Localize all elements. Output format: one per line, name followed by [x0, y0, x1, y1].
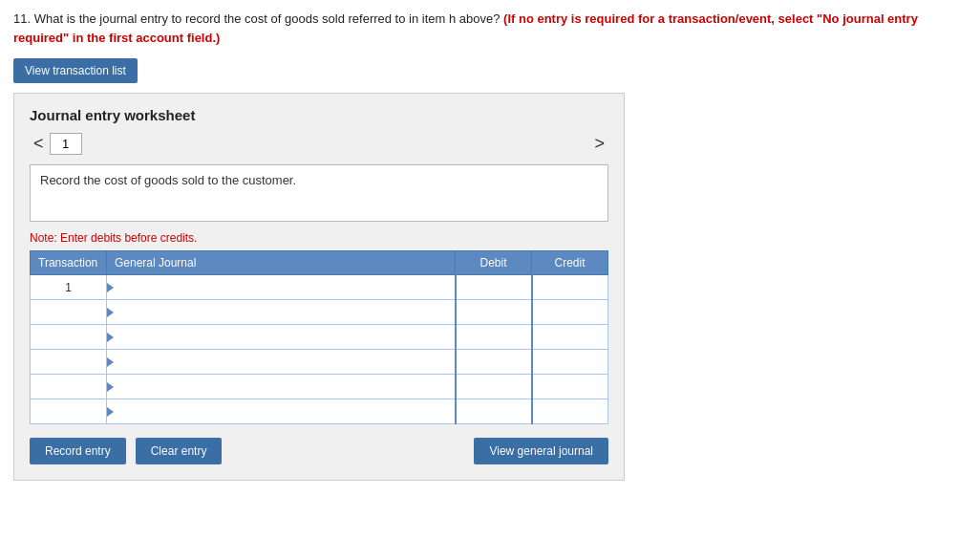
debit-input[interactable]: [457, 325, 531, 349]
credit-cell[interactable]: [532, 399, 608, 424]
transaction-cell: [31, 375, 107, 399]
transaction-cell: [31, 300, 107, 325]
nav-left-arrow[interactable]: <: [30, 134, 48, 154]
transaction-cell: [31, 399, 107, 424]
transaction-cell: [31, 325, 107, 350]
debit-input[interactable]: [457, 350, 531, 374]
debit-cell[interactable]: [456, 350, 532, 375]
table-row: [31, 375, 608, 399]
clear-entry-button[interactable]: Clear entry: [136, 438, 223, 464]
general-journal-input[interactable]: [116, 329, 455, 346]
general-journal-cell[interactable]: [107, 325, 456, 350]
general-journal-cell[interactable]: [107, 375, 456, 399]
row-indicator-icon: [107, 283, 114, 292]
col-header-transaction: Transaction: [31, 251, 107, 275]
question-number: 11.: [13, 11, 31, 26]
col-header-general-journal: General Journal: [107, 251, 456, 275]
general-journal-input[interactable]: [116, 403, 455, 420]
general-journal-input[interactable]: [116, 354, 455, 371]
general-journal-input[interactable]: [116, 279, 455, 296]
credit-cell[interactable]: [532, 350, 608, 375]
credit-input[interactable]: [533, 375, 608, 399]
row-indicator-icon: [107, 382, 114, 392]
button-row: Record entry Clear entry View general jo…: [30, 438, 608, 464]
credit-input[interactable]: [533, 350, 608, 374]
row-indicator-icon: [107, 308, 114, 317]
question-text: 11. What is the journal entry to record …: [13, 10, 967, 47]
general-journal-cell[interactable]: [107, 300, 456, 325]
table-row: [31, 350, 608, 375]
debit-input[interactable]: [457, 375, 531, 399]
debit-cell[interactable]: [456, 375, 532, 399]
row-indicator-icon: [107, 357, 114, 367]
worksheet-container: Journal entry worksheet < > Record the c…: [13, 93, 625, 481]
general-journal-input[interactable]: [116, 304, 455, 321]
credit-cell[interactable]: [532, 275, 608, 300]
debit-cell[interactable]: [456, 399, 532, 424]
credit-input[interactable]: [533, 275, 608, 299]
debit-cell[interactable]: [456, 275, 532, 300]
credit-cell[interactable]: [532, 325, 608, 350]
question-plain: What is the journal entry to record the …: [34, 11, 503, 26]
table-header-row: Transaction General Journal Debit Credit: [31, 251, 608, 275]
general-journal-input[interactable]: [116, 378, 455, 396]
credit-input[interactable]: [533, 325, 608, 349]
table-row: 1: [31, 275, 608, 300]
general-journal-cell[interactable]: [107, 275, 456, 300]
transaction-cell: [31, 350, 107, 375]
transaction-cell: 1: [31, 275, 107, 300]
general-journal-cell[interactable]: [107, 399, 456, 424]
view-transaction-button[interactable]: View transaction list: [13, 58, 138, 83]
view-general-journal-button[interactable]: View general journal: [474, 438, 608, 464]
col-header-debit: Debit: [456, 251, 532, 275]
row-indicator-icon: [107, 333, 114, 342]
debit-input[interactable]: [457, 275, 531, 299]
debit-input[interactable]: [457, 399, 531, 423]
credit-input[interactable]: [533, 300, 608, 324]
table-row: [31, 300, 608, 325]
table-row: [31, 399, 608, 424]
description-text: Record the cost of goods sold to the cus…: [40, 173, 296, 187]
table-row: [31, 325, 608, 350]
journal-table: Transaction General Journal Debit Credit…: [30, 250, 608, 424]
credit-cell[interactable]: [532, 300, 608, 325]
debit-cell[interactable]: [456, 325, 532, 350]
nav-right-arrow[interactable]: >: [590, 134, 608, 154]
col-header-credit: Credit: [532, 251, 608, 275]
nav-row: < >: [30, 133, 608, 155]
nav-page-number[interactable]: [50, 133, 82, 155]
worksheet-title: Journal entry worksheet: [30, 107, 608, 123]
record-entry-button[interactable]: Record entry: [30, 438, 126, 464]
description-box: Record the cost of goods sold to the cus…: [30, 164, 608, 222]
credit-input[interactable]: [533, 399, 608, 423]
note-text: Note: Enter debits before credits.: [30, 231, 608, 245]
debit-input[interactable]: [457, 300, 531, 324]
row-indicator-icon: [107, 407, 114, 417]
credit-cell[interactable]: [532, 375, 608, 399]
general-journal-cell[interactable]: [107, 350, 456, 375]
debit-cell[interactable]: [456, 300, 532, 325]
